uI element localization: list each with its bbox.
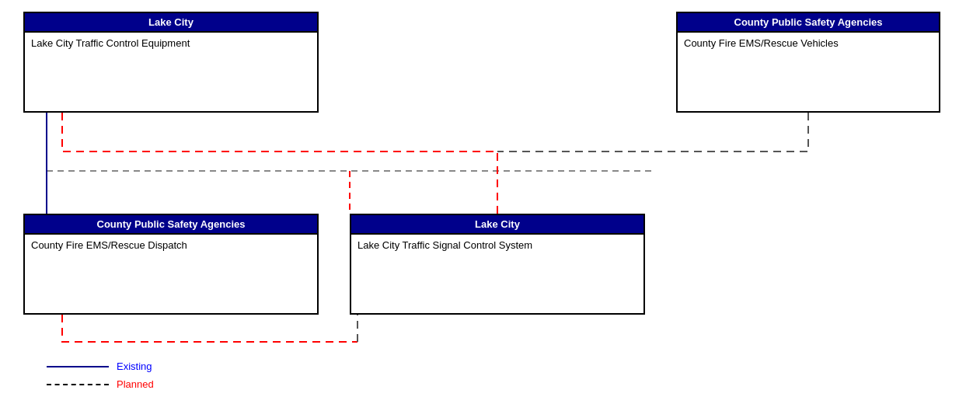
- legend-planned-line: [47, 384, 109, 385]
- node-county-fire-dispatch-body: County Fire EMS/Rescue Dispatch: [25, 235, 317, 289]
- legend-planned: Planned: [47, 378, 154, 390]
- node-lake-city-signal-control-header: Lake City: [351, 215, 643, 235]
- node-lake-city-traffic-control-body: Lake City Traffic Control Equipment: [25, 33, 317, 87]
- legend-existing-line: [47, 366, 109, 367]
- node-lake-city-signal-control: Lake City Lake City Traffic Signal Contr…: [350, 214, 645, 315]
- node-county-fire-vehicles: County Public Safety Agencies County Fir…: [676, 12, 940, 113]
- node-lake-city-traffic-control: Lake City Lake City Traffic Control Equi…: [23, 12, 319, 113]
- legend-planned-label: Planned: [117, 378, 154, 390]
- node-county-fire-dispatch: County Public Safety Agencies County Fir…: [23, 214, 319, 315]
- legend: Existing Planned: [47, 360, 154, 390]
- node-lake-city-signal-control-body: Lake City Traffic Signal Control System: [351, 235, 643, 289]
- node-county-fire-dispatch-header: County Public Safety Agencies: [25, 215, 317, 235]
- legend-existing-label: Existing: [117, 360, 152, 372]
- diagram-container: Lake City Lake City Traffic Control Equi…: [0, 0, 980, 404]
- node-county-fire-vehicles-body: County Fire EMS/Rescue Vehicles: [678, 33, 939, 87]
- legend-existing: Existing: [47, 360, 154, 372]
- node-county-fire-vehicles-header: County Public Safety Agencies: [678, 13, 939, 33]
- node-lake-city-traffic-control-header: Lake City: [25, 13, 317, 33]
